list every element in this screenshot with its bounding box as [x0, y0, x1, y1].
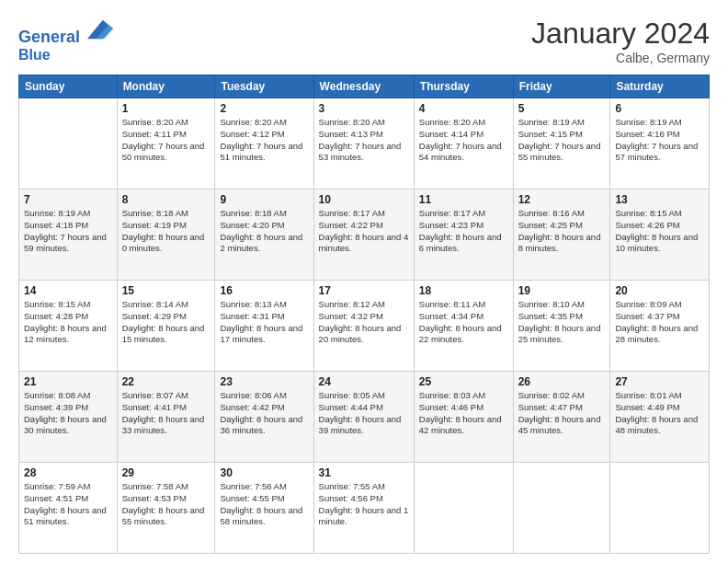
- title-block: January 2024 Calbe, Germany: [531, 17, 710, 65]
- day-info: Sunrise: 8:17 AM Sunset: 4:22 PM Dayligh…: [319, 208, 409, 255]
- day-number: 19: [518, 284, 606, 297]
- day-info: Sunrise: 8:17 AM Sunset: 4:23 PM Dayligh…: [419, 208, 508, 255]
- weekday-header-tuesday: Tuesday: [215, 75, 313, 98]
- calendar-cell: 14Sunrise: 8:15 AM Sunset: 4:28 PM Dayli…: [19, 281, 118, 372]
- day-number: 24: [319, 375, 409, 388]
- day-info: Sunrise: 8:18 AM Sunset: 4:19 PM Dayligh…: [122, 208, 210, 255]
- day-info: Sunrise: 8:12 AM Sunset: 4:32 PM Dayligh…: [319, 299, 409, 346]
- day-info: Sunrise: 8:13 AM Sunset: 4:31 PM Dayligh…: [220, 299, 308, 346]
- calendar-week-1: 1Sunrise: 8:20 AM Sunset: 4:11 PM Daylig…: [19, 98, 710, 190]
- day-number: 31: [319, 466, 409, 479]
- calendar-week-4: 21Sunrise: 8:08 AM Sunset: 4:39 PM Dayli…: [19, 372, 710, 463]
- logo-icon: [87, 17, 113, 42]
- logo-text: General: [18, 17, 113, 47]
- day-info: Sunrise: 7:58 AM Sunset: 4:53 PM Dayligh…: [122, 481, 210, 528]
- calendar-cell: 5Sunrise: 8:19 AM Sunset: 4:15 PM Daylig…: [513, 98, 610, 190]
- day-info: Sunrise: 8:08 AM Sunset: 4:39 PM Dayligh…: [24, 390, 112, 437]
- calendar-cell: 21Sunrise: 8:08 AM Sunset: 4:39 PM Dayli…: [19, 372, 118, 463]
- day-info: Sunrise: 7:55 AM Sunset: 4:56 PM Dayligh…: [319, 481, 409, 528]
- day-number: 4: [419, 102, 508, 115]
- header: General Blue January 2024 Calbe, Germany: [18, 17, 710, 65]
- calendar-cell: [19, 98, 118, 190]
- day-number: 15: [122, 284, 210, 297]
- day-number: 18: [419, 284, 508, 297]
- day-number: 3: [319, 102, 409, 115]
- calendar-cell: 9Sunrise: 8:18 AM Sunset: 4:20 PM Daylig…: [215, 190, 313, 281]
- day-info: Sunrise: 8:15 AM Sunset: 4:26 PM Dayligh…: [615, 208, 704, 255]
- calendar-table: SundayMondayTuesdayWednesdayThursdayFrid…: [18, 75, 710, 554]
- calendar-cell: 10Sunrise: 8:17 AM Sunset: 4:22 PM Dayli…: [313, 190, 414, 281]
- day-info: Sunrise: 8:20 AM Sunset: 4:11 PM Dayligh…: [122, 117, 210, 164]
- location: Calbe, Germany: [531, 51, 710, 65]
- calendar-cell: 2Sunrise: 8:20 AM Sunset: 4:12 PM Daylig…: [215, 98, 313, 190]
- day-info: Sunrise: 8:20 AM Sunset: 4:12 PM Dayligh…: [220, 117, 308, 164]
- calendar-cell: 7Sunrise: 8:19 AM Sunset: 4:18 PM Daylig…: [19, 190, 118, 281]
- day-number: 22: [122, 375, 210, 388]
- day-info: Sunrise: 8:07 AM Sunset: 4:41 PM Dayligh…: [122, 390, 210, 437]
- day-number: 30: [220, 466, 308, 479]
- calendar-cell: 8Sunrise: 8:18 AM Sunset: 4:19 PM Daylig…: [117, 190, 215, 281]
- calendar-cell: 17Sunrise: 8:12 AM Sunset: 4:32 PM Dayli…: [313, 281, 414, 372]
- day-info: Sunrise: 7:56 AM Sunset: 4:55 PM Dayligh…: [220, 481, 308, 528]
- day-info: Sunrise: 7:59 AM Sunset: 4:51 PM Dayligh…: [24, 481, 112, 528]
- day-number: 21: [24, 375, 112, 388]
- day-info: Sunrise: 8:18 AM Sunset: 4:20 PM Dayligh…: [220, 208, 308, 255]
- calendar-cell: 12Sunrise: 8:16 AM Sunset: 4:25 PM Dayli…: [513, 190, 610, 281]
- weekday-header-saturday: Saturday: [610, 75, 710, 98]
- calendar-cell: 1Sunrise: 8:20 AM Sunset: 4:11 PM Daylig…: [117, 98, 215, 190]
- day-number: 20: [615, 284, 704, 297]
- calendar-cell: 31Sunrise: 7:55 AM Sunset: 4:56 PM Dayli…: [313, 463, 414, 554]
- weekday-header-monday: Monday: [117, 75, 215, 98]
- calendar-header-row: SundayMondayTuesdayWednesdayThursdayFrid…: [19, 75, 710, 98]
- day-number: 8: [122, 193, 210, 206]
- day-info: Sunrise: 8:02 AM Sunset: 4:47 PM Dayligh…: [518, 390, 606, 437]
- day-number: 27: [615, 375, 704, 388]
- day-number: 7: [24, 193, 112, 206]
- calendar-cell: [610, 463, 710, 554]
- day-number: 17: [319, 284, 409, 297]
- day-number: 25: [419, 375, 508, 388]
- weekday-header-friday: Friday: [513, 75, 610, 98]
- day-number: 2: [220, 102, 308, 115]
- day-number: 11: [419, 193, 508, 206]
- day-number: 1: [122, 102, 210, 115]
- calendar-cell: 4Sunrise: 8:20 AM Sunset: 4:14 PM Daylig…: [414, 98, 513, 190]
- day-info: Sunrise: 8:14 AM Sunset: 4:29 PM Dayligh…: [122, 299, 210, 346]
- day-info: Sunrise: 8:09 AM Sunset: 4:37 PM Dayligh…: [615, 299, 704, 346]
- day-number: 28: [24, 466, 112, 479]
- calendar-cell: 26Sunrise: 8:02 AM Sunset: 4:47 PM Dayli…: [513, 372, 610, 463]
- day-info: Sunrise: 8:03 AM Sunset: 4:46 PM Dayligh…: [419, 390, 508, 437]
- calendar-cell: 29Sunrise: 7:58 AM Sunset: 4:53 PM Dayli…: [117, 463, 215, 554]
- day-number: 14: [24, 284, 112, 297]
- day-info: Sunrise: 8:20 AM Sunset: 4:14 PM Dayligh…: [419, 117, 508, 164]
- day-number: 12: [518, 193, 606, 206]
- calendar-cell: 30Sunrise: 7:56 AM Sunset: 4:55 PM Dayli…: [215, 463, 313, 554]
- day-number: 5: [518, 102, 606, 115]
- month-title: January 2024: [531, 17, 710, 51]
- day-info: Sunrise: 8:06 AM Sunset: 4:42 PM Dayligh…: [220, 390, 308, 437]
- logo: General Blue: [18, 17, 113, 63]
- weekday-header-sunday: Sunday: [19, 75, 118, 98]
- day-info: Sunrise: 8:05 AM Sunset: 4:44 PM Dayligh…: [319, 390, 409, 437]
- day-number: 6: [615, 102, 704, 115]
- day-info: Sunrise: 8:20 AM Sunset: 4:13 PM Dayligh…: [319, 117, 409, 164]
- calendar-cell: 16Sunrise: 8:13 AM Sunset: 4:31 PM Dayli…: [215, 281, 313, 372]
- calendar-cell: 24Sunrise: 8:05 AM Sunset: 4:44 PM Dayli…: [313, 372, 414, 463]
- calendar-week-5: 28Sunrise: 7:59 AM Sunset: 4:51 PM Dayli…: [19, 463, 710, 554]
- day-number: 13: [615, 193, 704, 206]
- calendar-cell: 13Sunrise: 8:15 AM Sunset: 4:26 PM Dayli…: [610, 190, 710, 281]
- day-info: Sunrise: 8:16 AM Sunset: 4:25 PM Dayligh…: [518, 208, 606, 255]
- calendar-cell: 28Sunrise: 7:59 AM Sunset: 4:51 PM Dayli…: [19, 463, 118, 554]
- calendar-cell: [513, 463, 610, 554]
- calendar-cell: 6Sunrise: 8:19 AM Sunset: 4:16 PM Daylig…: [610, 98, 710, 190]
- day-info: Sunrise: 8:19 AM Sunset: 4:16 PM Dayligh…: [615, 117, 704, 164]
- weekday-header-wednesday: Wednesday: [313, 75, 414, 98]
- day-number: 16: [220, 284, 308, 297]
- calendar-week-2: 7Sunrise: 8:19 AM Sunset: 4:18 PM Daylig…: [19, 190, 710, 281]
- calendar-cell: 27Sunrise: 8:01 AM Sunset: 4:49 PM Dayli…: [610, 372, 710, 463]
- logo-blue: Blue: [18, 47, 113, 63]
- calendar-cell: 20Sunrise: 8:09 AM Sunset: 4:37 PM Dayli…: [610, 281, 710, 372]
- day-number: 9: [220, 193, 308, 206]
- weekday-header-thursday: Thursday: [414, 75, 513, 98]
- calendar-cell: 19Sunrise: 8:10 AM Sunset: 4:35 PM Dayli…: [513, 281, 610, 372]
